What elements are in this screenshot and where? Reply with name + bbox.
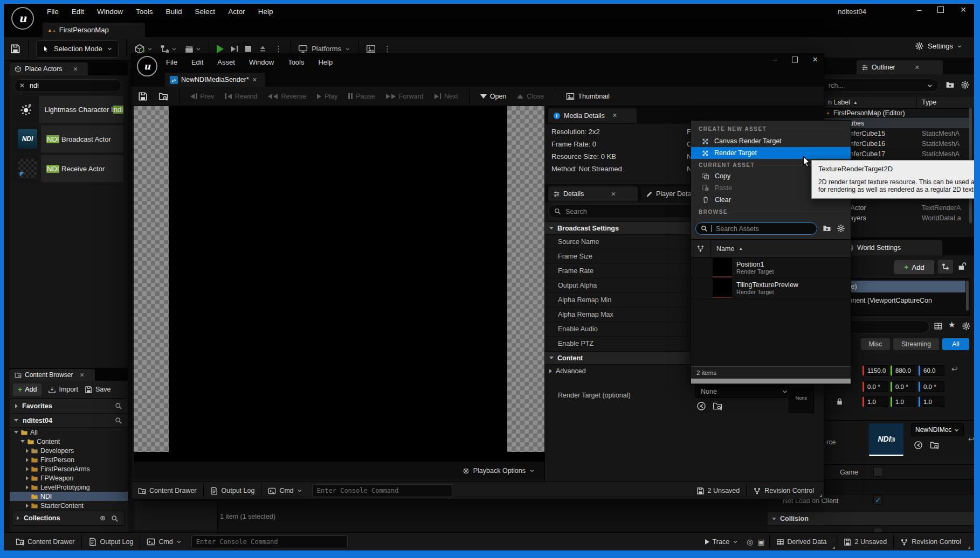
skip-button[interactable]: [231, 46, 238, 52]
save-all-icon[interactable]: [10, 44, 20, 54]
net-load-checkbox[interactable]: ✓: [873, 495, 883, 505]
unsaved-button[interactable]: 2 Unsaved: [690, 482, 747, 499]
unsaved-button[interactable]: 2 Unsaved: [837, 533, 894, 550]
search-icon[interactable]: [111, 515, 119, 522]
content-drawer-button[interactable]: Content Drawer: [9, 533, 81, 550]
maximize-button[interactable]: [792, 57, 798, 62]
selection-mode-dropdown[interactable]: Selection Mode: [36, 40, 119, 58]
list-item-lightmass[interactable]: Lightmass Character Indi: [14, 96, 123, 123]
rewind-button[interactable]: Rewind: [225, 93, 257, 100]
column-type[interactable]: Type: [922, 99, 936, 106]
minimize-button[interactable]: –: [773, 55, 777, 64]
filter-tab-misc[interactable]: Misc: [861, 338, 890, 350]
tab-world-settings[interactable]: World Settings: [841, 240, 942, 255]
in-game-checkbox[interactable]: [873, 467, 883, 477]
location-y-field[interactable]: 880.0: [891, 365, 916, 376]
stop-button[interactable]: [245, 46, 251, 52]
folder-fpweapon[interactable]: FPWeapon: [10, 473, 128, 483]
menu-file[interactable]: File: [47, 8, 59, 16]
asset-row-tilingtexturepreview[interactable]: TilingTexturePreview Render Target: [691, 278, 851, 299]
close-button[interactable]: ✕: [960, 5, 967, 14]
tab-details[interactable]: Details ✕: [548, 186, 638, 201]
path-filter-icon[interactable]: [823, 224, 831, 233]
outliner-settings-gear-icon[interactable]: [961, 80, 970, 89]
settings-dropdown[interactable]: Settings: [915, 41, 962, 51]
console-input[interactable]: Enter Console Command: [191, 535, 348, 548]
tab-place-actors[interactable]: Place Actors ✕: [10, 62, 88, 75]
menu-item-render-target[interactable]: Render Target: [691, 147, 851, 159]
media-menu-asset[interactable]: Asset: [217, 58, 235, 66]
horizontal-scrollbar[interactable]: [691, 379, 851, 383]
menu-window[interactable]: Window: [97, 8, 123, 16]
filter-tab-all[interactable]: All: [942, 338, 969, 350]
close-tab-icon[interactable]: ✕: [79, 372, 84, 379]
platforms-dropdown[interactable]: Platforms: [298, 44, 350, 54]
open-button[interactable]: Open: [480, 93, 507, 100]
folder-developers[interactable]: Developers: [10, 446, 128, 455]
chevron-down-icon[interactable]: [927, 82, 933, 89]
filter-tab-streaming[interactable]: Streaming: [893, 338, 939, 350]
tab-firstpersonmap[interactable]: ▲▲ FirstPersonMap: [43, 23, 145, 37]
folder-levelprototyping[interactable]: LevelPrototyping: [10, 483, 128, 492]
derived-data-button[interactable]: Derived Data: [770, 533, 837, 550]
unlock-icon[interactable]: [957, 262, 967, 271]
search-assets-input[interactable]: Search Assets: [695, 222, 817, 235]
partial-checkbox[interactable]: [873, 528, 883, 532]
media-menu-window[interactable]: Window: [249, 58, 274, 66]
folder-firstpersonarms[interactable]: FirstPersonArms: [10, 464, 128, 473]
screenshot-icon[interactable]: ▣: [757, 538, 764, 546]
menu-build[interactable]: Build: [166, 8, 182, 16]
tab-newndimediasender[interactable]: NewNDIMediaSender* ✕: [165, 73, 265, 87]
media-menu-help[interactable]: Help: [318, 58, 333, 66]
favorites-header[interactable]: Favorites: [10, 399, 128, 414]
rotation-z-field[interactable]: 0.0 °: [919, 381, 944, 392]
menu-actor[interactable]: Actor: [228, 8, 245, 16]
pause-button[interactable]: Pause: [348, 93, 375, 100]
ndi-source-combo[interactable]: NewNDIMec: [911, 423, 964, 436]
maximize-button[interactable]: [937, 6, 944, 13]
play-button[interactable]: [217, 45, 224, 53]
forward-button[interactable]: Forward: [386, 93, 424, 100]
playback-options-dropdown[interactable]: Playback Options: [473, 467, 526, 475]
scale-y-field[interactable]: 1.0: [891, 396, 916, 407]
close-tab-icon[interactable]: ✕: [252, 76, 257, 83]
rotation-y-field[interactable]: 0.0 °: [891, 381, 916, 392]
use-selected-asset-icon[interactable]: [696, 401, 706, 411]
output-log-button[interactable]: Output Log: [204, 482, 261, 499]
insights-icon[interactable]: ◎: [747, 538, 753, 546]
play-button[interactable]: Play: [317, 93, 337, 100]
menu-item-canvas-render-target[interactable]: Canvas Render Target: [691, 135, 851, 147]
search-icon[interactable]: [115, 417, 122, 424]
folder-all[interactable]: All: [10, 428, 128, 437]
eject-button[interactable]: [259, 45, 267, 53]
rotation-x-field[interactable]: 0.0 °: [862, 381, 888, 392]
close-tab-icon[interactable]: ✕: [612, 112, 617, 119]
play-options-kebab[interactable]: ⋮: [274, 44, 282, 54]
prev-button[interactable]: Prev: [190, 93, 214, 100]
use-selected-asset-icon[interactable]: [914, 441, 923, 450]
close-button[interactable]: ✕: [812, 55, 818, 64]
render-target-combo[interactable]: None: [695, 385, 793, 398]
search-icon[interactable]: [115, 402, 122, 410]
clear-search-icon[interactable]: ✕: [19, 82, 25, 89]
tab-media-details[interactable]: Media Details ✕: [548, 108, 637, 123]
close-tab-icon[interactable]: ✕: [73, 66, 78, 73]
add-component-button[interactable]: +Add: [894, 260, 935, 275]
cmd-dropdown[interactable]: Cmd: [261, 482, 308, 499]
scale-lock-icon[interactable]: [836, 397, 844, 406]
blueprints-button[interactable]: [160, 44, 177, 54]
trace-button[interactable]: Trace: [699, 533, 745, 550]
asset-list-header[interactable]: Name ▲: [691, 240, 851, 258]
media-menu-tools[interactable]: Tools: [288, 58, 304, 66]
filter-branch-icon[interactable]: [696, 245, 705, 253]
output-log-button[interactable]: Output Log: [82, 533, 140, 550]
tab-outliner[interactable]: Outliner ✕: [857, 60, 943, 74]
media-menu-file[interactable]: File: [166, 58, 177, 66]
next-button[interactable]: Next: [434, 93, 458, 100]
close-tab-icon[interactable]: ✕: [915, 64, 920, 71]
reverse-button[interactable]: Reverse: [268, 93, 306, 100]
save-all-button[interactable]: Save: [85, 386, 111, 394]
media-menu-edit[interactable]: Edit: [191, 58, 203, 66]
list-item-ndi-receive[interactable]: ◤ NDI Receive Actor: [14, 155, 123, 182]
browse-to-asset-icon[interactable]: [713, 401, 722, 411]
